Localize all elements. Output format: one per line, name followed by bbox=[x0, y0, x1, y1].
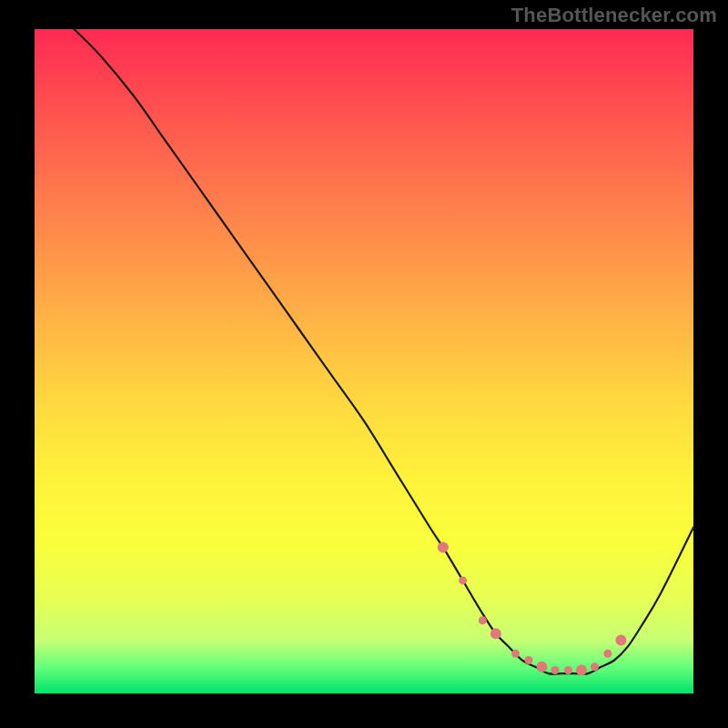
highlight-dot bbox=[576, 665, 587, 676]
gradient-plot-area bbox=[35, 29, 693, 693]
highlight-dot bbox=[537, 662, 548, 672]
highlight-dot bbox=[511, 650, 520, 658]
highlight-dot bbox=[479, 616, 487, 624]
bottleneck-curve-path bbox=[74, 29, 693, 674]
highlight-dot bbox=[525, 656, 533, 664]
attribution-text: TheBottlenecker.com bbox=[511, 4, 717, 27]
highlight-dot bbox=[551, 666, 560, 674]
highlight-dot bbox=[591, 662, 599, 671]
highlight-dot bbox=[438, 541, 449, 552]
highlight-dot bbox=[564, 666, 572, 674]
highlight-dot-group bbox=[438, 541, 627, 675]
highlight-dot bbox=[615, 635, 626, 646]
highlight-dot bbox=[459, 576, 467, 584]
highlight-dot bbox=[490, 628, 501, 639]
chart-frame: TheBottlenecker.com bbox=[0, 0, 728, 728]
curve-svg bbox=[35, 29, 693, 693]
highlight-dot bbox=[603, 650, 612, 658]
